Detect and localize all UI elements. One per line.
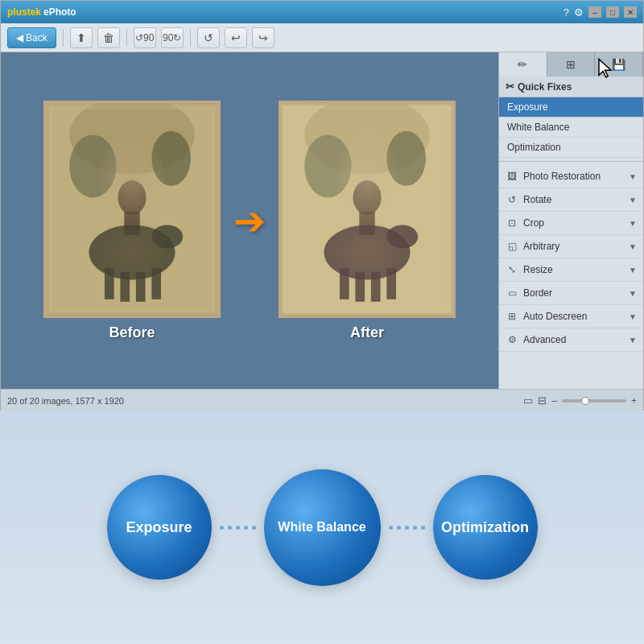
split-view-icon[interactable]: ⊟	[538, 394, 547, 407]
zoom-thumb[interactable]	[581, 397, 589, 405]
title-bar-left: plustek ePhoto	[7, 6, 76, 18]
panel-divider	[499, 161, 643, 162]
quick-fixes-icon: ✂	[506, 80, 514, 93]
panel-row-advanced[interactable]: ⚙ Advanced ▼	[499, 328, 643, 352]
panel-row-border[interactable]: ▭ Border ▼	[499, 282, 643, 305]
main-content: Before ➔	[1, 52, 643, 389]
rotate-right-icon: 90↻	[163, 32, 181, 43]
tab-compare[interactable]: ⊞	[547, 52, 596, 76]
title-bar: plustek ePhoto ? ⚙ – □ ✕	[1, 1, 643, 23]
toolbar-separator	[63, 29, 64, 47]
circle-optimization[interactable]: Optimization	[433, 475, 538, 580]
circle-white-balance[interactable]: White Balance	[264, 469, 381, 586]
after-container: After	[279, 101, 456, 341]
advanced-icon: ⚙	[506, 333, 518, 346]
compare-icon: ⊞	[566, 58, 576, 71]
qf-optimization[interactable]: Optimization	[499, 138, 643, 158]
crop-label: Crop	[523, 217, 544, 229]
image-info: 20 of 20 images, 1577 x 1920	[7, 396, 124, 406]
toolbar-separator-2	[126, 29, 127, 47]
app-logo: plustek ePhoto	[7, 6, 76, 18]
bottom-section: Exposure White Balance Optimization	[0, 411, 644, 644]
back-label: Back	[26, 32, 47, 43]
rotate-label: Rotate	[523, 194, 551, 205]
auto-descreen-icon: ⊞	[506, 310, 518, 323]
advanced-label: Advanced	[523, 334, 566, 345]
qf-exposure[interactable]: Exposure	[499, 97, 643, 118]
edit-icon: ✏	[518, 58, 527, 71]
panel-row-resize[interactable]: ⤡ Resize ▼	[499, 258, 643, 282]
exposure-circle-label: Exposure	[126, 519, 192, 536]
panel-row-auto-descreen[interactable]: ⊞ Auto Descreen ▼	[499, 305, 643, 328]
rotate-icon: ↺	[506, 193, 518, 206]
chevron-icon-6: ▼	[629, 289, 637, 298]
zoom-slider[interactable]	[562, 399, 626, 402]
arbitrary-label: Arbitrary	[523, 241, 559, 252]
border-label: Border	[523, 287, 552, 299]
optimization-circle-label: Optimization	[441, 519, 529, 536]
qf-white-balance[interactable]: White Balance	[499, 118, 643, 138]
rotate-left-icon: ↺90	[135, 32, 154, 43]
dotted-line-1	[212, 526, 264, 530]
after-photo	[279, 101, 456, 318]
reset-button[interactable]: ↺	[197, 27, 220, 48]
delete-icon: 🗑	[103, 31, 114, 44]
back-arrow-icon: ◀	[16, 32, 23, 43]
resize-icon: ⤡	[506, 263, 518, 276]
redo-icon: ↪	[258, 31, 268, 44]
undo-icon: ↩	[231, 31, 241, 44]
app-window: plustek ePhoto ? ⚙ – □ ✕ ◀ Back ⬆ 🗑 ↺90	[0, 0, 644, 411]
close-button[interactable]: ✕	[624, 6, 637, 18]
auto-descreen-label: Auto Descreen	[523, 311, 587, 322]
panel-row-photo-restoration[interactable]: 🖼 Photo Restoration ▼	[499, 165, 643, 188]
rotate-right-button[interactable]: 90↻	[161, 27, 184, 48]
zoom-out-icon[interactable]: –	[551, 395, 557, 407]
tab-edit[interactable]: ✏	[499, 52, 547, 76]
image-compare: Before ➔	[17, 101, 482, 341]
minimize-button[interactable]: –	[588, 6, 601, 18]
save-icon: 💾	[612, 58, 625, 71]
border-icon: ▭	[506, 287, 518, 299]
chevron-icon-4: ▼	[629, 242, 637, 251]
back-button[interactable]: ◀ Back	[7, 27, 56, 48]
redo-button[interactable]: ↪	[252, 27, 275, 48]
arbitrary-icon: ◱	[506, 240, 518, 253]
right-panel-tabs: ✏ ⊞ 💾	[499, 52, 643, 76]
photo-restoration-label: Photo Restoration	[523, 171, 601, 182]
reset-icon: ↺	[204, 31, 213, 44]
right-panel: ✏ ⊞ 💾 ✂ Quick Fixes Exposure White Balan…	[498, 52, 643, 389]
status-bar: 20 of 20 images, 1577 x 1920 ▭ ⊟ – +	[1, 389, 643, 411]
arrow-icon: ➔	[233, 198, 266, 243]
single-view-icon[interactable]: ▭	[523, 394, 533, 407]
circle-exposure[interactable]: Exposure	[107, 475, 212, 580]
tab-save[interactable]: 💾	[595, 52, 643, 76]
panel-row-arbitrary[interactable]: ◱ Arbitrary ▼	[499, 235, 643, 258]
crop-icon: ⊡	[506, 217, 518, 229]
quick-fixes-label: Quick Fixes	[518, 81, 572, 93]
chevron-icon-2: ▼	[629, 196, 637, 204]
upload-button[interactable]: ⬆	[70, 27, 93, 48]
settings-icon[interactable]: ⚙	[574, 6, 584, 19]
toolbar-separator-3	[190, 29, 191, 47]
after-label: After	[350, 324, 384, 341]
chevron-icon-8: ▼	[629, 336, 637, 345]
panel-row-rotate[interactable]: ↺ Rotate ▼	[499, 188, 643, 212]
chevron-icon-3: ▼	[629, 219, 637, 228]
zoom-in-icon[interactable]: +	[631, 395, 637, 407]
maximize-button[interactable]: □	[606, 6, 619, 18]
resize-label: Resize	[523, 264, 553, 275]
before-photo	[43, 101, 221, 318]
delete-button[interactable]: 🗑	[97, 27, 120, 48]
photo-restoration-icon: 🖼	[506, 170, 518, 183]
help-icon[interactable]: ?	[564, 6, 569, 19]
image-panel: Before ➔	[1, 52, 498, 389]
quick-fixes-header: ✂ Quick Fixes	[499, 76, 643, 97]
panel-row-crop[interactable]: ⊡ Crop ▼	[499, 212, 643, 235]
white-balance-circle-label: White Balance	[278, 520, 365, 535]
before-label: Before	[109, 324, 155, 341]
rotate-left-button[interactable]: ↺90	[134, 27, 156, 48]
chevron-icon-5: ▼	[629, 266, 637, 275]
undo-button[interactable]: ↩	[225, 27, 247, 48]
chevron-icon: ▼	[629, 172, 637, 181]
status-right: ▭ ⊟ – +	[523, 394, 637, 407]
